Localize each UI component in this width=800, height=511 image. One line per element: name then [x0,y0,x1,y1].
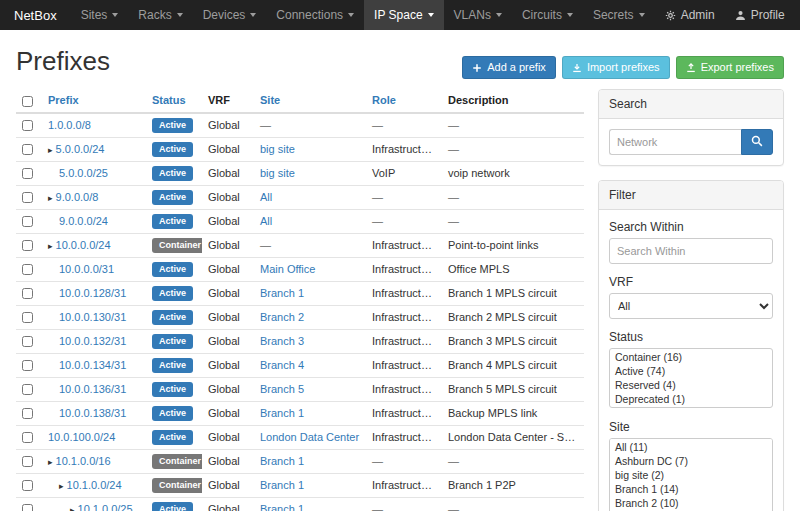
expand-icon[interactable]: ▸ [48,145,53,155]
table-row: ▸10.1.0.0/25ActiveGlobalBranch 1—— [16,497,584,511]
site-link[interactable]: Branch 1 [260,287,304,299]
filter-option[interactable]: Branch 1 (14) [611,482,771,496]
row-checkbox[interactable] [22,168,33,179]
search-input[interactable] [609,129,741,155]
row-checkbox[interactable] [22,120,33,131]
site-link[interactable]: London Data Center [260,431,359,443]
site-link[interactable]: Branch 1 [260,407,304,419]
site-link[interactable]: Branch 2 [260,311,304,323]
filter-option[interactable]: Active (74) [611,364,771,378]
filter-option[interactable]: Ashburn DC (7) [611,454,771,468]
prefix-link[interactable]: 10.1.0.0/25 [78,503,133,511]
prefix-link[interactable]: 10.1.0.0/16 [56,455,111,467]
filter-option[interactable]: Deprecated (1) [611,392,771,406]
row-checkbox[interactable] [22,456,33,467]
brand-link[interactable]: NetBox [0,0,71,30]
site-link[interactable]: Main Office [260,263,315,275]
prefix-link[interactable]: 10.0.0.134/31 [59,359,126,371]
column-sort-link[interactable]: Role [372,94,396,106]
site-link[interactable]: Branch 1 [260,455,304,467]
prefix-link[interactable]: 10.0.0.130/31 [59,311,126,323]
column-header-role: Role [366,89,442,113]
search-button[interactable] [741,129,773,155]
prefix-link[interactable]: 10.0.0.128/31 [59,287,126,299]
nav-item-profile[interactable]: Profile [725,0,795,30]
nav-item-ip-space[interactable]: IP Space [364,0,443,30]
filter-option[interactable]: Branch 2 (10) [611,496,771,510]
site-cell: Branch 1 [254,281,366,305]
nav-item-label: Circuits [522,8,562,22]
filter-input-search-within[interactable] [609,238,773,264]
column-sort-link[interactable]: Prefix [48,94,79,106]
nav-item-connections[interactable]: Connections [266,0,364,30]
row-checkbox[interactable] [22,288,33,299]
expand-icon[interactable]: ▸ [48,457,53,467]
nav-item-label: Connections [276,8,343,22]
prefix-link[interactable]: 5.0.0.0/24 [56,143,105,155]
site-link[interactable]: big site [260,167,295,179]
row-checkbox[interactable] [22,432,33,443]
site-link[interactable]: Branch 3 [260,335,304,347]
row-checkbox[interactable] [22,312,33,323]
row-checkbox[interactable] [22,408,33,419]
site-link[interactable]: All [260,191,272,203]
select-all-checkbox[interactable] [22,96,33,107]
nav-item-racks[interactable]: Racks [128,0,192,30]
row-select-cell [16,233,42,257]
row-select-cell [16,497,42,511]
column-sort-link[interactable]: Site [260,94,280,106]
nav-item-vlans[interactable]: VLANs [444,0,512,30]
import-prefixes-button[interactable]: Import prefixes [562,56,670,79]
prefix-link[interactable]: 10.0.0.0/31 [59,263,114,275]
prefix-link[interactable]: 9.0.0.0/8 [56,191,99,203]
filter-option[interactable]: Reserved (4) [611,378,771,392]
prefix-link[interactable]: 10.0.0.138/31 [59,407,126,419]
site-cell: Branch 1 [254,449,366,473]
site-link[interactable]: Branch 1 [260,503,304,511]
filter-multiselect-site[interactable]: All (11)Ashburn DC (7)big site (2)Branch… [609,438,773,511]
row-checkbox[interactable] [22,264,33,275]
prefix-link[interactable]: 10.1.0.0/24 [67,479,122,491]
prefix-link[interactable]: 1.0.0.0/8 [48,119,91,131]
nav-item-devices[interactable]: Devices [193,0,267,30]
prefix-link[interactable]: 10.0.0.0/24 [56,239,111,251]
site-link[interactable]: Branch 4 [260,359,304,371]
site-link[interactable]: Branch 1 [260,479,304,491]
nav-item-circuits[interactable]: Circuits [512,0,583,30]
status-cell: Active [146,161,202,185]
prefix-link[interactable]: 5.0.0.0/25 [59,167,108,179]
expand-icon[interactable]: ▸ [48,193,53,203]
row-checkbox[interactable] [22,384,33,395]
site-link[interactable]: big site [260,143,295,155]
row-checkbox[interactable] [22,240,33,251]
filter-option[interactable]: All (11) [611,440,771,454]
nav-item-admin[interactable]: Admin [655,0,725,30]
expand-icon[interactable]: ▸ [48,241,53,251]
add-a-prefix-button[interactable]: Add a prefix [462,56,556,79]
site-link[interactable]: Branch 5 [260,383,304,395]
prefix-list: PrefixStatusVRFSiteRoleDescription 1.0.0… [16,89,584,511]
row-checkbox[interactable] [22,144,33,155]
row-checkbox[interactable] [22,360,33,371]
column-sort-link[interactable]: Status [152,94,186,106]
prefix-link[interactable]: 9.0.0.0/24 [59,215,108,227]
export-prefixes-button[interactable]: Export prefixes [676,56,784,79]
nav-item-log-out[interactable]: Log out [795,0,800,30]
filter-option[interactable]: big site (2) [611,468,771,482]
filter-option[interactable]: Container (16) [611,350,771,364]
expand-icon[interactable]: ▸ [59,481,64,491]
nav-item-secrets[interactable]: Secrets [583,0,655,30]
nav-item-sites[interactable]: Sites [71,0,129,30]
expand-icon[interactable]: ▸ [70,505,75,511]
filter-multiselect-status[interactable]: Container (16)Active (74)Reserved (4)Dep… [609,348,773,408]
filter-select-vrf[interactable]: All [609,293,773,319]
row-checkbox[interactable] [22,480,33,491]
row-checkbox[interactable] [22,504,33,511]
row-checkbox[interactable] [22,192,33,203]
row-checkbox[interactable] [22,216,33,227]
prefix-link[interactable]: 10.0.0.132/31 [59,335,126,347]
row-checkbox[interactable] [22,336,33,347]
site-link[interactable]: All [260,215,272,227]
prefix-link[interactable]: 10.0.100.0/24 [48,431,115,443]
prefix-link[interactable]: 10.0.0.136/31 [59,383,126,395]
